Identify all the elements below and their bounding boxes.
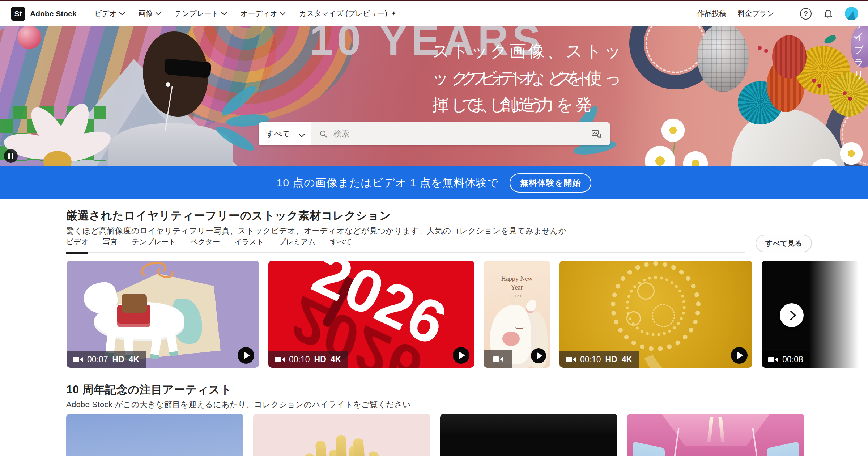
disco-ball-graphic [697,26,749,92]
earbud-graphic [166,82,170,87]
collections-section-subtitle: 驚くほど高解像度のロイヤリティフリー写真、ストックビデオ、オーディオなどが見つか… [66,225,567,236]
play-button[interactable] [731,347,748,364]
chevron-down-icon [119,10,125,16]
search-input[interactable] [333,129,586,139]
gold-fry-graphic [336,435,349,456]
chevron-down-icon [280,10,286,16]
train-pole-graphic [752,428,761,456]
carousel-next-button[interactable] [780,303,804,327]
train-window-graphic [633,442,665,456]
tab-premium[interactable]: プレミアム [278,237,315,254]
menu-item-images[interactable]: 画像 [139,9,160,18]
video-card-unicorn[interactable]: Happy New Year 2026 [484,261,550,368]
deco-circle-graphic [626,311,641,326]
free-trial-text: 10 点の画像またはビデオ 1 点を無料体験で [277,176,499,190]
collections-tabs: ビデオ 写真 テンプレート ベクター イラスト プレミアム すべて [66,237,352,254]
hd-badge: HD [605,355,617,364]
hero-heading: ストック画像、ストックビデオ、ストックフォトなどを使って、創造力を発揮しましょう [241,38,624,91]
tab-illustrations[interactable]: イラスト [234,237,264,254]
menu-item-label: 画像 [139,9,153,18]
menu-item-video[interactable]: ビデオ [94,9,124,18]
pause-button[interactable] [4,149,18,163]
train-pole-graphic [671,428,680,456]
adobe-stock-logo[interactable]: St [11,7,25,21]
fourk-badge: 4K [622,355,632,364]
unicorn-eye-graphic [515,324,524,329]
collections-section-title: 厳選されたロイヤリティーフリーのストック素材コレクション [66,208,391,223]
search-input-wrapper [311,122,610,145]
video-cards-carousel: 00:07 HD 4K 2026 2026 00:10 HD 4K Happy [67,261,868,368]
help-icon[interactable]: ? [800,8,812,20]
white-flower-graphic [661,118,685,142]
video-camera-icon [493,356,503,363]
chevron-down-icon [299,131,305,137]
menu-item-label: カスタマイズ (プレビュー) [299,9,387,18]
tab-photos[interactable]: 写真 [103,237,117,254]
gold-fry-graphic [353,438,369,456]
hd-badge: HD [112,355,124,364]
user-avatar[interactable] [845,7,858,20]
edge-fade-overlay [762,261,868,368]
fourk-badge: 4K [129,355,139,364]
fourk-badge: 4K [331,355,341,364]
upload-work-link[interactable]: 作品投稿 [698,9,727,18]
video-camera-icon [275,356,285,363]
year-text: 2026 [484,294,550,298]
hero-banner: 10 YEARS ストック画像、ストックビデオ、ストックフォトなどを使って、創造… [0,26,868,166]
paper-fan-graphic [772,35,807,79]
menu-item-audio[interactable]: オーディオ [241,9,285,18]
play-button[interactable] [531,348,546,363]
start-free-trial-button[interactable]: 無料体験を開始 [510,173,592,193]
vertical-divider [787,7,787,21]
search-filter-dropdown[interactable]: すべて [259,122,311,145]
free-trial-banner: 10 点の画像またはビデオ 1 点を無料体験で 無料体験を開始 [0,166,868,199]
menu-item-customize-preview[interactable]: カスタマイズ (プレビュー) ✦ [299,9,396,18]
notifications-bell-icon[interactable] [823,8,834,19]
video-card-gold-icons[interactable]: 00:10 HD 4K [559,261,752,368]
play-button[interactable] [453,347,469,364]
tab-vectors[interactable]: ベクター [191,237,220,254]
see-all-button[interactable]: すべて見る [756,235,812,252]
menu-item-label: オーディオ [241,9,277,18]
video-meta-bar [484,350,512,368]
search-by-image-icon[interactable] [591,128,602,139]
menu-item-label: ビデオ [94,9,116,18]
avatar-graphic [845,11,855,20]
artist-card-dark[interactable] [440,414,617,456]
tab-all[interactable]: すべて [330,237,352,254]
top-navigation-bar: St Adobe Stock ビデオ 画像 テンプレート オーディオ カスタマイ… [0,1,868,26]
berries-graphic [758,46,762,50]
chevron-down-icon [221,10,227,16]
unicorn-cheek-graphic [502,332,520,346]
man-hoodie-graphic [109,123,233,166]
artist-card-snowboarder[interactable] [66,414,243,456]
video-duration: 00:10 [289,355,310,364]
artist-card-pink-train[interactable] [627,414,804,456]
ornament-ball-graphic [17,26,41,49]
video-card-2026[interactable]: 2026 2026 00:10 HD 4K [268,261,474,368]
video-card-partial[interactable]: 00:08 [762,261,868,368]
video-meta-bar: 00:10 HD 4K [559,351,639,368]
menu-item-templates[interactable]: テンプレート [175,9,226,18]
sparkle-icon: ✦ [391,10,396,17]
main-menu: ビデオ 画像 テンプレート オーディオ カスタマイズ (プレビュー) ✦ [94,9,396,18]
video-card-horse[interactable]: 00:07 HD 4K [67,261,259,368]
artists-section-subtitle: Adobe Stock がこの大きな節目を迎えるにあたり、コレクションのハイライ… [66,399,411,410]
deco-circle-graphic [637,282,655,300]
adobe-stock-page: St Adobe Stock ビデオ 画像 テンプレート オーディオ カスタマイ… [0,0,868,456]
artist-card-gold-fries[interactable] [253,414,430,456]
video-duration: 00:10 [580,355,601,364]
brand-name[interactable]: Adobe Stock [30,9,76,18]
saddle-graphic [122,294,147,313]
video-duration: 00:07 [87,355,108,364]
video-camera-icon [73,356,83,363]
play-button[interactable] [238,347,254,364]
chevron-right-icon [786,310,796,320]
pricing-plans-link[interactable]: 料金プラン [738,9,774,18]
white-flower-graphic [840,142,863,165]
chevron-down-icon [155,10,161,16]
gold-fry-graphic [315,440,330,456]
search-filter-value: すべて [266,128,290,139]
tab-video[interactable]: ビデオ [66,237,88,254]
tab-templates[interactable]: テンプレート [132,237,176,254]
